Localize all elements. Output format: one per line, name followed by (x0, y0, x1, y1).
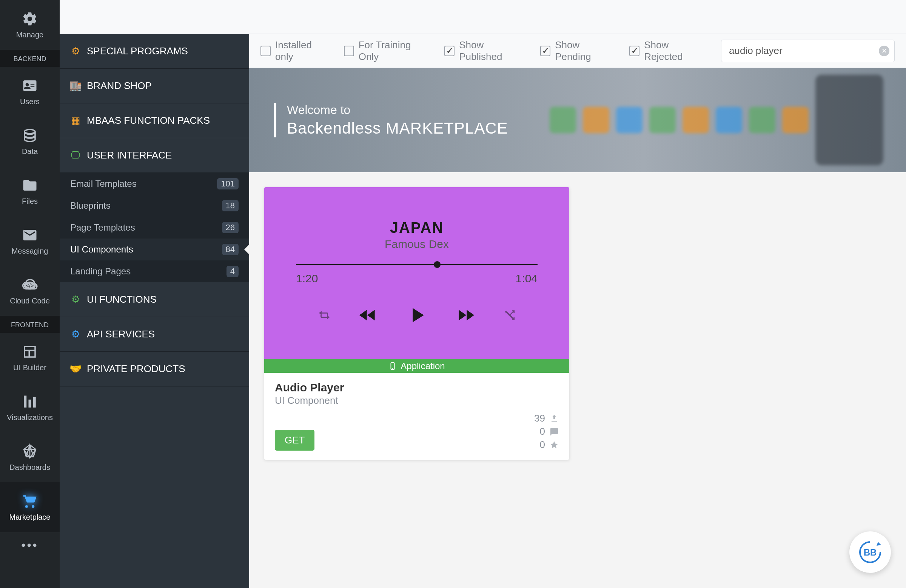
track-controls (318, 303, 516, 327)
card-tag: Application (264, 359, 569, 373)
sub-email-templates[interactable]: Email Templates 101 (60, 173, 249, 195)
store-icon: 🏬 (70, 81, 81, 91)
time-elapsed: 1:20 (296, 272, 318, 285)
filter-label: Show Rejected (644, 39, 707, 63)
mobile-icon (388, 362, 397, 370)
product-subtitle: UI Component (275, 395, 559, 406)
track-artist: Famous Dex (385, 238, 449, 250)
nav-dashboards[interactable]: Dashboards (0, 432, 60, 482)
category-label: PRIVATE PRODUCTS (87, 363, 185, 375)
nav-cloud-code[interactable]: </> Cloud Code (0, 266, 60, 316)
product-card[interactable]: JAPAN Famous Dex 1:20 1:04 (264, 187, 569, 460)
section-frontend: FRONTEND (0, 316, 60, 333)
plus-box-icon: ▦ (70, 115, 81, 126)
gears-icon: ⚙ (70, 46, 81, 57)
nav-label: UI Builder (13, 363, 46, 372)
category-label: API SERVICES (87, 328, 155, 340)
filter-bar: Installed only For Training Only Show Pu… (249, 34, 906, 68)
svg-point-3 (392, 368, 393, 369)
category-api-services[interactable]: ⚙ API SERVICES (60, 317, 249, 352)
get-button[interactable]: GET (275, 430, 314, 451)
track-title: JAPAN (390, 219, 444, 236)
section-backend: BACKEND (0, 50, 60, 67)
more-menu[interactable]: ••• (0, 532, 60, 558)
repeat-icon (318, 309, 331, 322)
gear-icon (22, 11, 38, 27)
chart-icon (22, 394, 38, 410)
database-icon (22, 127, 38, 143)
download-icon (550, 414, 559, 423)
sub-count: 101 (217, 178, 239, 190)
nav-visualizations[interactable]: Visualizations (0, 383, 60, 432)
nav-users[interactable]: Users (0, 67, 60, 116)
nav-label: Data (22, 147, 38, 156)
filter-show-pending[interactable]: Show Pending (540, 39, 616, 63)
comment-icon (550, 427, 559, 436)
category-mbaas-packs[interactable]: ▦ MBAAS FUNCTION PACKS (60, 104, 249, 138)
svg-text:</>: </> (26, 283, 33, 289)
category-sub-items: Email Templates 101 Blueprints 18 Page T… (60, 173, 249, 282)
sub-label: Email Templates (70, 178, 137, 189)
category-label: BRAND SHOP (87, 80, 152, 92)
nav-label: Files (22, 197, 38, 206)
filter-show-published[interactable]: Show Published (444, 39, 526, 63)
nav-files[interactable]: Files (0, 166, 60, 216)
svg-text:BB: BB (864, 547, 877, 558)
nav-ui-builder[interactable]: UI Builder (0, 333, 60, 383)
nav-label: Manage (16, 30, 43, 39)
category-brand-shop[interactable]: 🏬 BRAND SHOP (60, 69, 249, 104)
hero-title: Backendless MARKETPLACE (287, 119, 508, 137)
filter-training-only[interactable]: For Training Only (344, 39, 431, 63)
category-user-interface[interactable]: 🖵 USER INTERFACE (60, 138, 249, 173)
sub-label: Landing Pages (70, 266, 131, 277)
nav-messaging[interactable]: Messaging (0, 216, 60, 266)
filter-show-rejected[interactable]: Show Rejected (629, 39, 707, 63)
filter-label: Show Published (459, 39, 526, 63)
handshake-icon: 🤝 (70, 364, 81, 374)
stat-value: 0 (540, 426, 545, 437)
forward-icon (455, 304, 476, 326)
nav-label: Visualizations (7, 413, 53, 422)
sub-ui-components[interactable]: UI Components 84 (60, 239, 249, 260)
filter-label: For Training Only (359, 39, 431, 63)
nav-manage[interactable]: Manage (0, 0, 60, 50)
nav-label: Cloud Code (10, 296, 50, 305)
search-wrap: ✕ (721, 40, 895, 62)
refresh-bb-icon: BB (857, 539, 883, 566)
gears-icon: ⚙ (70, 329, 81, 339)
category-label: USER INTERFACE (87, 150, 172, 161)
product-stats: 39 0 0 (534, 413, 559, 451)
category-private-products[interactable]: 🤝 PRIVATE PRODUCTS (60, 352, 249, 386)
checkbox-icon (444, 46, 455, 56)
sub-count: 4 (226, 266, 239, 277)
polygon-icon (22, 443, 38, 459)
main-area: Marketplace Installed only For Training … (249, 0, 906, 588)
stat-value: 0 (540, 439, 545, 451)
checkbox-icon (629, 46, 640, 56)
category-label: MBAAS FUNCTION PACKS (87, 115, 210, 126)
time-remaining: 1:04 (516, 272, 538, 285)
help-fab[interactable]: BB (849, 531, 891, 573)
hero-welcome: Welcome to (287, 103, 508, 117)
category-ui-functions[interactable]: ⚙ UI FUNCTIONS (60, 282, 249, 317)
nav-marketplace[interactable]: Marketplace (0, 482, 60, 532)
search-input[interactable] (721, 40, 895, 62)
category-special-programs[interactable]: ⚙ SPECIAL PROGRAMS (60, 34, 249, 69)
nav-data[interactable]: Data (0, 116, 60, 166)
filter-installed-only[interactable]: Installed only (260, 39, 330, 63)
envelope-icon (22, 227, 38, 243)
filter-label: Installed only (275, 39, 330, 63)
nav-label: Messaging (12, 247, 48, 255)
star-icon (550, 440, 559, 449)
clear-search-button[interactable]: ✕ (879, 46, 889, 56)
track-progress: 1:20 1:04 (296, 264, 538, 285)
sub-blueprints[interactable]: Blueprints 18 (60, 195, 249, 217)
sub-label: Blueprints (70, 201, 111, 211)
play-icon (405, 303, 429, 327)
card-tag-label: Application (400, 361, 445, 371)
gears-icon: ⚙ (70, 294, 81, 305)
sub-page-templates[interactable]: Page Templates 26 (60, 217, 249, 239)
id-card-icon (22, 78, 38, 94)
checkbox-icon (540, 46, 550, 56)
sub-landing-pages[interactable]: Landing Pages 4 (60, 260, 249, 282)
